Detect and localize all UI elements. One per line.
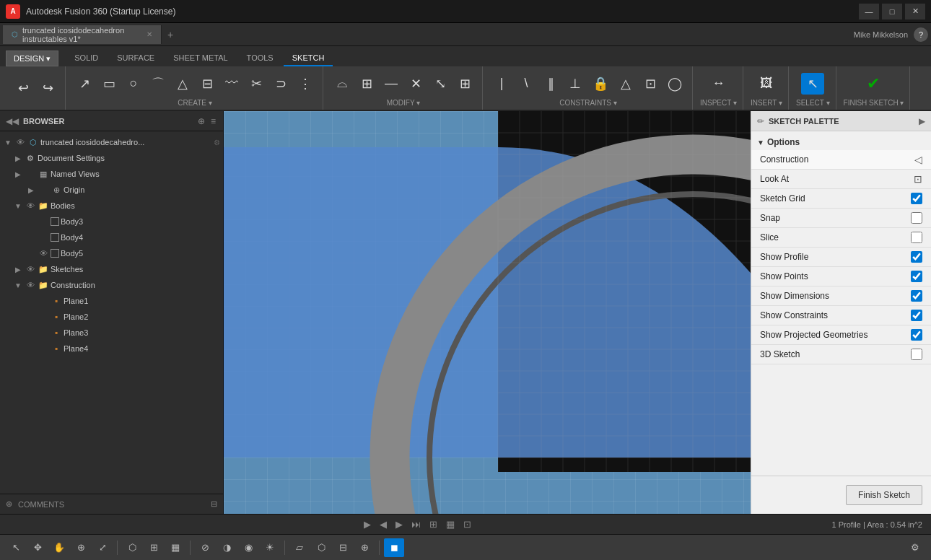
root-vis-icon[interactable]: 👁: [14, 138, 26, 146]
tree-body3[interactable]: Body3: [0, 214, 223, 229]
sketches-vis[interactable]: 👁: [25, 265, 36, 274]
tab-sketch[interactable]: SKETCH: [284, 51, 333, 66]
tree-plane1[interactable]: ▪ Plane1: [0, 293, 223, 309]
tree-root[interactable]: ▼ 👁 ⬡ truncated icosidodecahedro... ⚙: [0, 134, 223, 150]
tree-sketches[interactable]: ▶ 👁 📁 Sketches: [0, 261, 223, 277]
bottom-sketch-btn[interactable]: ▱: [289, 538, 310, 557]
slice-checkbox[interactable]: [911, 232, 922, 243]
tree-body5[interactable]: 👁 Body5: [0, 245, 223, 261]
bodies-vis[interactable]: 👁: [25, 201, 36, 210]
measure-button[interactable]: ↔: [707, 73, 730, 94]
inspect-label[interactable]: INSPECT ▾: [700, 99, 737, 108]
collinear-button[interactable]: \: [515, 73, 538, 94]
bottom-comp-btn[interactable]: ⊟: [333, 538, 353, 557]
bottom-settings-btn[interactable]: ⚙: [905, 538, 925, 557]
status-view-button[interactable]: ▦: [443, 517, 458, 531]
bottom-env-btn[interactable]: ☀: [260, 538, 280, 557]
bottom-zoom-btn[interactable]: ⊕: [71, 538, 91, 557]
equal-button[interactable]: △: [614, 73, 637, 95]
bottom-section-btn[interactable]: ⊘: [195, 538, 215, 557]
tree-construction[interactable]: ▼ 👁 📁 Construction: [0, 277, 223, 293]
new-tab-button[interactable]: +: [165, 27, 176, 42]
status-next-button[interactable]: ▶: [393, 517, 406, 531]
palette-look-at-row[interactable]: Look At ⊡: [751, 170, 931, 189]
constraints-label[interactable]: CONSTRAINTS ▾: [559, 99, 616, 108]
3d-sketch-checkbox[interactable]: [911, 349, 922, 360]
tab-sheet-metal[interactable]: SHEET METAL: [165, 51, 236, 66]
fillet-button[interactable]: ⌓: [331, 73, 354, 94]
minimize-button[interactable]: —: [859, 4, 879, 19]
circle-button[interactable]: ○: [122, 73, 145, 94]
tree-plane2[interactable]: ▪ Plane2: [0, 309, 223, 325]
bottom-pan-btn[interactable]: ✋: [49, 538, 69, 557]
spline-button[interactable]: 〰: [220, 73, 243, 94]
rectangle-button[interactable]: ▭: [97, 73, 121, 95]
create-label[interactable]: CREATE ▾: [178, 99, 212, 108]
status-play-button[interactable]: ▶: [361, 517, 374, 531]
status-end-button[interactable]: ⏭: [408, 517, 424, 531]
redo-button[interactable]: ↪: [36, 77, 59, 99]
project-button[interactable]: ⊃: [269, 73, 292, 95]
browser-search-icon[interactable]: ⊕: [196, 115, 206, 128]
show-constraints-checkbox[interactable]: [911, 310, 922, 321]
parallel-button[interactable]: ∥: [539, 73, 562, 95]
sym-button[interactable]: ⊡: [639, 73, 662, 95]
modify-label[interactable]: MODIFY ▾: [387, 99, 420, 108]
tab-surface[interactable]: SURFACE: [108, 51, 163, 66]
bottom-select-btn[interactable]: ↖: [6, 538, 26, 557]
finish-sketch-button[interactable]: Finish Sketch: [846, 485, 922, 505]
trim-button[interactable]: ✂: [245, 73, 268, 95]
insert-image-button[interactable]: 🖼: [755, 73, 778, 94]
bottom-move-btn[interactable]: ✥: [27, 538, 48, 557]
comments-expand-button[interactable]: ⊕: [6, 499, 12, 509]
look-at-icon[interactable]: ⊡: [914, 173, 922, 185]
options-section-header[interactable]: ▼ Options: [751, 134, 931, 150]
sketch-grid-checkbox[interactable]: [911, 193, 922, 204]
perp-button[interactable]: ⊥: [564, 73, 587, 95]
bottom-viewcube-btn[interactable]: ⬡: [122, 538, 142, 557]
undo-button[interactable]: ↩: [12, 77, 35, 99]
extend-button[interactable]: —: [380, 73, 403, 94]
select-button[interactable]: ↖: [801, 73, 824, 95]
scale-button[interactable]: ⤡: [429, 73, 452, 95]
tree-named-views[interactable]: ▶ ▦ Named Views: [0, 166, 223, 182]
coincident-button[interactable]: |: [490, 73, 513, 94]
palette-construction-row[interactable]: Construction ◁: [751, 150, 931, 170]
dimension-button[interactable]: ◯: [663, 73, 686, 95]
tree-body4[interactable]: Body4: [0, 229, 223, 245]
arc-button[interactable]: ⌒: [147, 72, 170, 95]
help-button[interactable]: ?: [914, 27, 928, 42]
status-grid-button[interactable]: ⊞: [427, 517, 440, 531]
bottom-material-btn[interactable]: ◉: [238, 538, 258, 557]
body5-vis[interactable]: 👁: [38, 249, 49, 258]
bottom-fit-btn[interactable]: ⤢: [92, 538, 113, 557]
tree-document-settings[interactable]: ▶ ⚙ Document Settings: [0, 150, 223, 166]
tree-plane4[interactable]: ▪ Plane4: [0, 341, 223, 356]
mirror-button[interactable]: ⋮: [294, 73, 317, 95]
maximize-button[interactable]: □: [882, 4, 902, 19]
bottom-view2-btn[interactable]: ▦: [165, 538, 185, 557]
select-label[interactable]: SELECT ▾: [796, 99, 830, 108]
palette-expand-icon[interactable]: ▶: [919, 116, 925, 126]
bottom-body-btn[interactable]: ⬡: [311, 538, 331, 557]
bottom-grid2-btn[interactable]: ⊞: [144, 538, 164, 557]
browser-more-icon[interactable]: ≡: [209, 115, 217, 128]
tree-bodies[interactable]: ▼ 👁 📁 Bodies: [0, 198, 223, 214]
viewport[interactable]: TOP: [224, 111, 751, 514]
break-button[interactable]: ✕: [404, 73, 427, 95]
active-tab[interactable]: ⬡ truncated icosidodecahedron instructab…: [3, 25, 162, 44]
show-points-checkbox[interactable]: [911, 271, 922, 282]
comments-right-icon[interactable]: ⊟: [211, 499, 217, 509]
line-button[interactable]: ↗: [73, 73, 96, 95]
fix-button[interactable]: 🔒: [588, 73, 613, 95]
design-dropdown[interactable]: DESIGN ▾: [6, 51, 58, 66]
finish-sketch-ribbon-button[interactable]: ✔: [862, 71, 885, 96]
status-more-button[interactable]: ⊡: [460, 517, 474, 531]
tree-origin[interactable]: ▶ ⊕ Origin: [0, 182, 223, 198]
bottom-shadow-btn[interactable]: ◑: [217, 538, 237, 557]
pattern-button[interactable]: ⊞: [453, 73, 476, 95]
insert-label[interactable]: INSERT ▾: [751, 99, 782, 108]
finish-sketch-label[interactable]: FINISH SKETCH ▾: [844, 99, 904, 108]
root-opts-icon[interactable]: ⚙: [214, 139, 220, 146]
slot-button[interactable]: ⊟: [196, 73, 219, 95]
